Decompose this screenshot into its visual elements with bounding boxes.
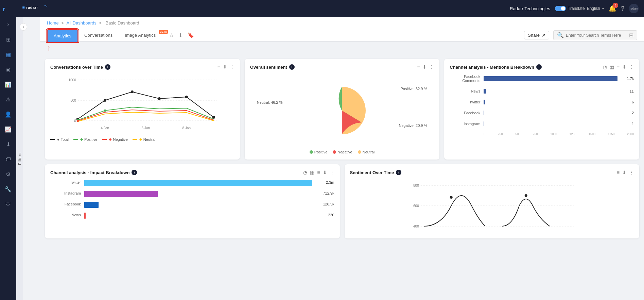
bottom-section: Channel analysis - Impact Breakdown i ◔ …	[40, 164, 644, 243]
sidebar-expand-icon[interactable]: ›	[1, 18, 16, 31]
legend-neutral: ◆ Neutral	[133, 137, 155, 141]
tab-conversations-label: Conversations	[84, 33, 112, 38]
impact-list-icon[interactable]: ≡	[317, 170, 320, 175]
conversations-info-icon[interactable]: i	[105, 64, 110, 70]
svg-point-29	[450, 196, 452, 199]
share-button[interactable]: Share ↗	[524, 31, 549, 39]
bar-fill-facebook	[484, 111, 484, 115]
svg-text:0: 0	[74, 119, 76, 123]
svg-text:4 Jan: 4 Jan	[101, 126, 109, 130]
share-icon: ↗	[542, 33, 545, 38]
mentions-bar-icon[interactable]: ▦	[610, 64, 614, 70]
sentiment-info-icon[interactable]: i	[289, 64, 295, 70]
impact-more-icon[interactable]: ⋮	[330, 170, 334, 175]
svg-text:600: 600	[413, 204, 419, 208]
breadcrumb-all-dashboards[interactable]: All Dashboards	[67, 20, 97, 26]
search-icon: 🔍	[557, 32, 564, 38]
conversations-filter-icon[interactable]: ≡	[217, 64, 220, 70]
impact-pie-icon[interactable]: ◔	[303, 170, 307, 175]
mentions-download-icon[interactable]: ⬇	[622, 64, 626, 70]
svg-text:6 Jan: 6 Jan	[142, 126, 150, 130]
search-box[interactable]: 🔍 ⊟	[553, 30, 637, 40]
search-input[interactable]	[566, 33, 627, 38]
tabs-bar: Analytics Conversations Image Analytics …	[40, 29, 644, 42]
mentions-info-icon[interactable]: i	[536, 64, 542, 70]
impact-bars: Twitter 2.3m Instagram 712.9k	[50, 179, 334, 217]
sentiment-over-time-info-icon[interactable]: i	[396, 170, 401, 175]
tab-image-analytics[interactable]: Image Analytics BETA	[119, 29, 169, 42]
positive-label: Positive: 32.9 %	[400, 87, 427, 91]
up-arrow-icon: ↑	[47, 43, 51, 53]
sidebar-dashboard-icon[interactable]: ⊞	[1, 33, 16, 46]
tab-analytics-label: Analytics	[54, 33, 71, 38]
sentiment-over-time-title-text: Sentiment Over Time	[350, 170, 394, 175]
help-icon[interactable]: ?	[621, 5, 624, 12]
sidebar-settings-icon[interactable]: ⚙	[1, 167, 16, 181]
impact-bar-icon[interactable]: ▦	[310, 170, 314, 175]
sentiment-download-icon[interactable]: ⬇	[422, 64, 427, 70]
sidebar-circle-icon[interactable]: ◉	[1, 63, 16, 76]
sidebar-people-icon[interactable]: 👤	[1, 107, 16, 121]
sentiment-filter-icon[interactable]: ≡	[417, 64, 420, 70]
sidebar-chart-icon[interactable]: 📊	[1, 78, 16, 91]
bar-fill-twitter-impact	[84, 180, 312, 186]
sidebar: r › ⊞ ▦ ◉ 📊 ⚠ 👤 📈 ⬇ 🏷 ⚙ 🔧 🛡	[0, 0, 16, 300]
radarr-wordmark: radarr	[22, 3, 49, 12]
breadcrumb-home[interactable]: Home	[47, 20, 59, 26]
sentiment-over-time-chart: 800 600 400	[350, 179, 634, 233]
impact-download-icon[interactable]: ⬇	[323, 170, 327, 175]
translate-toggle[interactable]	[555, 6, 566, 11]
radarr-logo-icon: r	[3, 4, 14, 13]
sentiment-more-icon[interactable]: ⋮	[429, 64, 434, 70]
svg-text:8 Jan: 8 Jan	[182, 126, 191, 130]
sidebar-config-icon[interactable]: 🔧	[1, 182, 16, 196]
tab-conversations[interactable]: Conversations	[78, 29, 119, 42]
mentions-pie-icon[interactable]: ◔	[603, 64, 607, 70]
bookmark-icon[interactable]: 🔖	[188, 32, 194, 38]
bar-fill-facebook-comments	[484, 76, 617, 81]
sidebar-grid-icon[interactable]: ▦	[1, 48, 16, 61]
svg-point-30	[524, 194, 527, 197]
tab-analytics[interactable]: Analytics	[47, 29, 78, 42]
mentions-list-icon[interactable]: ≡	[617, 64, 620, 70]
sidebar-stats-icon[interactable]: 📈	[1, 122, 16, 136]
language-chevron[interactable]: ▾	[602, 7, 604, 11]
notification-bell[interactable]: 🔔 8	[609, 5, 616, 12]
sidebar-alert-icon[interactable]: ⚠	[1, 93, 16, 106]
breadcrumb-sep1: >	[61, 20, 65, 26]
bar-facebook: Facebook 2	[450, 111, 634, 115]
pie-svg	[315, 83, 369, 138]
sentiment-chart-header: Overall sentiment i ≡ ⬇ ⋮	[250, 64, 434, 70]
sidebar-download-icon[interactable]: ⬇	[1, 137, 16, 151]
conversations-chart-card: Conversations over Time i ≡ ⬇ ⋮	[45, 59, 240, 160]
bar-fill-facebook-impact	[84, 202, 99, 208]
bar-twitter-impact: Twitter 2.3m	[50, 180, 334, 185]
star-icon[interactable]: ☆	[169, 32, 174, 38]
sentiment-title-text: Overall sentiment	[250, 65, 287, 70]
impact-info-icon[interactable]: i	[132, 170, 137, 175]
sentiment-over-time-more-icon[interactable]: ⋮	[629, 170, 634, 175]
svg-point-12	[104, 99, 106, 102]
svg-point-3	[23, 7, 24, 8]
translate-label: Translate	[568, 6, 585, 11]
sidebar-tag-icon[interactable]: 🏷	[1, 152, 16, 166]
translate-section: Translate English ▾	[555, 6, 604, 11]
sidebar-shield-icon[interactable]: 🛡	[1, 197, 16, 211]
sentiment-over-time-list-icon[interactable]: ≡	[617, 170, 620, 175]
mentions-chart-actions: ◔ ▦ ≡ ⬇ ⋮	[603, 64, 634, 70]
mentions-more-icon[interactable]: ⋮	[629, 64, 634, 70]
sentiment-over-time-download-icon[interactable]: ⬇	[622, 170, 626, 175]
breadcrumb-sep2: >	[99, 20, 103, 26]
sentiment-over-time-card: Sentiment Over Time i ≡ ⬇ ⋮	[345, 164, 640, 238]
brand-text: Radarr Technologies	[510, 6, 550, 11]
user-avatar[interactable]: radarr	[629, 4, 639, 13]
bar-news: News 11	[450, 89, 634, 94]
svg-text:500: 500	[70, 99, 76, 102]
conversations-more-icon[interactable]: ⋮	[230, 64, 234, 70]
annotation-arrow: ↑	[40, 42, 644, 54]
header-right-actions: Share ↗ 🔍 ⊟	[524, 30, 637, 40]
download-icon[interactable]: ⬇	[178, 32, 183, 38]
language-selector[interactable]: English	[587, 6, 600, 11]
filter-funnel-icon[interactable]: ⊟	[629, 32, 633, 38]
conversations-download-icon[interactable]: ⬇	[223, 64, 227, 70]
